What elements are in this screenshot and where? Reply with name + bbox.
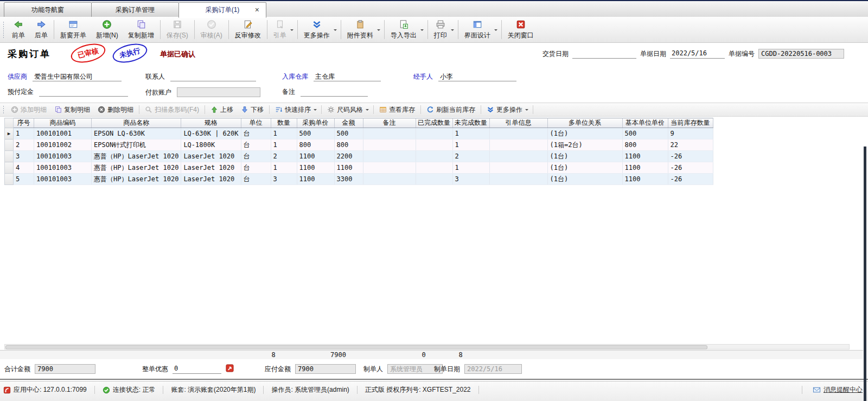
more-actions-button[interactable]: 更多操作: [483, 104, 531, 116]
print-button[interactable]: 打印: [429, 18, 457, 41]
cell[interactable]: LaserJet 1020: [181, 151, 241, 162]
cell[interactable]: 22: [668, 139, 713, 151]
cell[interactable]: EPSON针式打印机: [92, 139, 181, 151]
row-selector[interactable]: [5, 162, 14, 174]
move-down-button[interactable]: 下移: [237, 104, 267, 116]
cell[interactable]: 台: [241, 139, 271, 151]
cell[interactable]: 惠普（HP）LaserJet 1020: [92, 174, 181, 185]
toolbar-grip[interactable]: [3, 21, 4, 38]
cell[interactable]: 1: [14, 128, 34, 139]
cell[interactable]: 台: [241, 151, 271, 162]
cell[interactable]: 1100: [297, 174, 334, 185]
cell[interactable]: LQ-630K | 620K: [181, 128, 241, 139]
cell[interactable]: [416, 151, 452, 162]
column-header-10[interactable]: 未完成数量: [452, 118, 489, 128]
row-selector[interactable]: [5, 139, 14, 151]
cell[interactable]: 500: [622, 128, 668, 139]
cell[interactable]: 3: [271, 174, 297, 185]
row-selector[interactable]: [5, 151, 14, 162]
attachments-button[interactable]: 附件资料: [342, 18, 383, 41]
cell[interactable]: [363, 128, 416, 139]
cell[interactable]: 100101003: [34, 162, 92, 174]
cell[interactable]: LQ-1800K: [181, 139, 241, 151]
cell[interactable]: [416, 162, 452, 174]
close-window-button[interactable]: 关闭窗口: [503, 18, 539, 41]
column-header-8[interactable]: 备注: [363, 118, 416, 128]
column-header-11[interactable]: 引单信息: [489, 118, 547, 128]
cell[interactable]: 1100: [622, 174, 668, 185]
cell[interactable]: [363, 174, 416, 185]
cell[interactable]: 9: [668, 128, 713, 139]
cell[interactable]: 100101002: [34, 139, 92, 151]
chevron-down-icon[interactable]: [451, 29, 454, 33]
column-header-5[interactable]: 数量: [271, 118, 297, 128]
cell[interactable]: 3: [452, 174, 489, 185]
quick-sort-button[interactable]: 快速排序: [271, 104, 320, 116]
cell[interactable]: (1台): [547, 128, 622, 139]
cell[interactable]: 2200: [334, 151, 363, 162]
cell[interactable]: 1: [452, 128, 489, 139]
warehouse-field[interactable]: 主仓库: [314, 72, 381, 81]
cell[interactable]: 1: [271, 139, 297, 151]
column-header-4[interactable]: 单位: [241, 118, 271, 128]
cell[interactable]: 4: [14, 162, 34, 174]
cell[interactable]: [416, 139, 452, 151]
cell[interactable]: 惠普（HP）LaserJet 1020: [92, 162, 181, 174]
cell[interactable]: [363, 162, 416, 174]
cell[interactable]: 惠普（HP）LaserJet 1020: [92, 151, 181, 162]
column-header-13[interactable]: 基本单位单价: [622, 118, 668, 128]
cell[interactable]: 1100: [622, 162, 668, 174]
handler-field[interactable]: 小李: [438, 72, 516, 81]
cell[interactable]: 2: [14, 139, 34, 151]
column-header-1[interactable]: 商品编码: [34, 118, 92, 128]
cell[interactable]: 1100: [334, 162, 363, 174]
cell[interactable]: [489, 139, 547, 151]
chevron-down-icon[interactable]: [494, 29, 497, 33]
copy-detail-button[interactable]: 复制明细: [50, 104, 94, 116]
cell[interactable]: (1台): [547, 162, 622, 174]
cell[interactable]: 1100: [622, 151, 668, 162]
cell[interactable]: LaserJet 1020: [181, 162, 241, 174]
chevron-down-icon[interactable]: [290, 29, 293, 33]
cell[interactable]: [416, 128, 452, 139]
cell[interactable]: 台: [241, 174, 271, 185]
import-export-button[interactable]: 导入导出: [386, 18, 426, 41]
cell[interactable]: 2: [452, 151, 489, 162]
cell[interactable]: LaserJet 1020: [181, 174, 241, 185]
column-header-6[interactable]: 采购单价: [297, 118, 334, 128]
view-stock-button[interactable]: 查看库存: [375, 104, 419, 116]
grid-toolbar-grip[interactable]: [3, 105, 4, 114]
new-window-doc-button[interactable]: 新窗开单: [55, 18, 91, 41]
cell[interactable]: 800: [622, 139, 668, 151]
message-center-link[interactable]: 消息提醒中心: [794, 385, 863, 394]
column-header-7[interactable]: 金额: [334, 118, 363, 128]
column-header-14[interactable]: 当前库存数量: [668, 118, 713, 128]
discount-action-icon[interactable]: [226, 364, 234, 374]
cell[interactable]: 2: [271, 151, 297, 162]
cell[interactable]: 100101003: [34, 151, 92, 162]
column-header-0[interactable]: 序号: [14, 118, 34, 128]
doc-date-field[interactable]: 2022/5/16: [670, 49, 725, 59]
tab-1[interactable]: 功能导航窗: [4, 2, 92, 17]
cell[interactable]: [416, 174, 452, 185]
column-header-3[interactable]: 规格: [181, 118, 241, 128]
tab-3[interactable]: 采购订单(1)×: [178, 2, 266, 18]
cell[interactable]: (1箱=2台): [547, 139, 622, 151]
cell[interactable]: 台: [241, 128, 271, 139]
ui-design-button[interactable]: 界面设计: [459, 18, 500, 41]
cell[interactable]: 台: [241, 162, 271, 174]
cell[interactable]: [489, 151, 547, 162]
cell[interactable]: 1100: [297, 151, 334, 162]
move-up-button[interactable]: 上移: [207, 104, 237, 116]
refresh-stock-button[interactable]: 刷新当前库存: [423, 104, 479, 116]
cell[interactable]: -26: [668, 151, 713, 162]
supplier-field[interactable]: 爱普生中国有限公司: [33, 72, 122, 81]
horizontal-scrollbar[interactable]: [4, 344, 850, 349]
copy-new-button[interactable]: 复制新增: [123, 18, 159, 41]
delete-detail-button[interactable]: 删除明细: [94, 104, 137, 116]
tab-2[interactable]: 采购订单管理: [91, 2, 179, 17]
unaudit-modify-button[interactable]: 反审修改: [230, 18, 266, 41]
chevron-down-icon[interactable]: [334, 29, 337, 33]
delivery-date-field[interactable]: [572, 49, 636, 59]
cell[interactable]: 3300: [334, 174, 363, 185]
